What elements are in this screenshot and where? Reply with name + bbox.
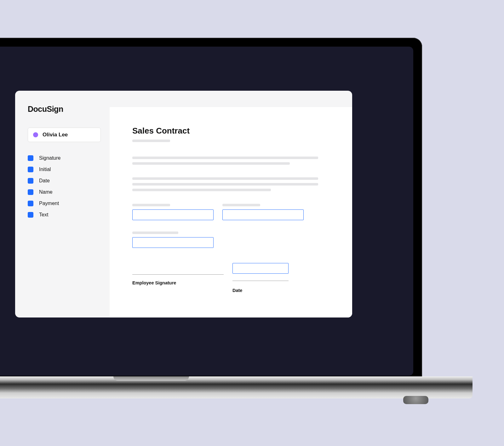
placeholder-paragraph-2	[132, 177, 329, 191]
placeholder-field-label	[132, 204, 170, 206]
field-label: Text	[39, 212, 48, 218]
field-swatch-icon	[28, 155, 33, 161]
date-block: Date	[232, 263, 289, 293]
placeholder-line	[132, 189, 271, 191]
field-palette: Signature Initial Date Name	[28, 155, 101, 218]
field-label: Payment	[39, 201, 59, 206]
placeholder-line	[132, 157, 318, 159]
date-line	[232, 281, 289, 281]
field-item-name[interactable]: Name	[28, 189, 101, 195]
placeholder-line	[132, 162, 290, 165]
placeholder-line	[132, 177, 318, 180]
placeholder-subtitle	[132, 140, 170, 142]
laptop-notch	[113, 376, 189, 381]
form-field-row	[132, 232, 329, 248]
field-item-initial[interactable]: Initial	[28, 167, 101, 172]
form-field-block	[222, 204, 304, 220]
signature-line[interactable]	[132, 274, 224, 275]
laptop-frame: DocuSign Olivia Lee Signature Initial	[0, 38, 422, 380]
app-window: DocuSign Olivia Lee Signature Initial	[15, 91, 352, 317]
field-item-signature[interactable]: Signature	[28, 155, 101, 161]
document-title: Sales Contract	[132, 126, 329, 136]
recipient-name: Olivia Lee	[43, 132, 68, 138]
text-field-slot[interactable]	[222, 209, 304, 220]
document-page[interactable]: Sales Contract	[110, 107, 352, 317]
recipient-selector[interactable]: Olivia Lee	[28, 128, 101, 142]
field-label: Name	[39, 189, 53, 195]
text-field-slot[interactable]	[132, 237, 214, 248]
document-canvas: Sales Contract	[110, 91, 352, 317]
form-field-row	[132, 204, 329, 220]
brand-logo: DocuSign	[28, 105, 101, 114]
field-swatch-icon	[28, 212, 33, 218]
stage: DocuSign Olivia Lee Signature Initial	[0, 0, 504, 446]
date-caption: Date	[232, 288, 289, 293]
date-field-slot[interactable]	[232, 263, 289, 274]
form-field-block	[132, 204, 214, 220]
placeholder-field-label	[132, 232, 178, 234]
signature-row: Employee Signature Date	[132, 263, 329, 293]
field-swatch-icon	[28, 178, 33, 184]
signature-block: Employee Signature	[132, 263, 224, 293]
field-item-text[interactable]: Text	[28, 212, 101, 218]
sidebar: DocuSign Olivia Lee Signature Initial	[15, 91, 110, 317]
field-swatch-icon	[28, 201, 33, 206]
form-field-block	[132, 232, 214, 248]
field-swatch-icon	[28, 167, 33, 172]
laptop-foot	[403, 396, 428, 404]
signature-caption: Employee Signature	[132, 280, 224, 285]
field-label: Initial	[39, 167, 51, 172]
field-label: Date	[39, 178, 50, 184]
placeholder-field-label	[222, 204, 260, 206]
text-field-slot[interactable]	[132, 209, 214, 220]
field-label: Signature	[39, 155, 61, 161]
placeholder-paragraph-1	[132, 157, 329, 165]
field-swatch-icon	[28, 189, 33, 195]
laptop-base	[0, 376, 472, 398]
recipient-color-dot	[33, 132, 38, 137]
placeholder-line	[132, 183, 318, 186]
field-item-payment[interactable]: Payment	[28, 201, 101, 206]
laptop-screen: DocuSign Olivia Lee Signature Initial	[0, 47, 413, 376]
field-item-date[interactable]: Date	[28, 178, 101, 184]
